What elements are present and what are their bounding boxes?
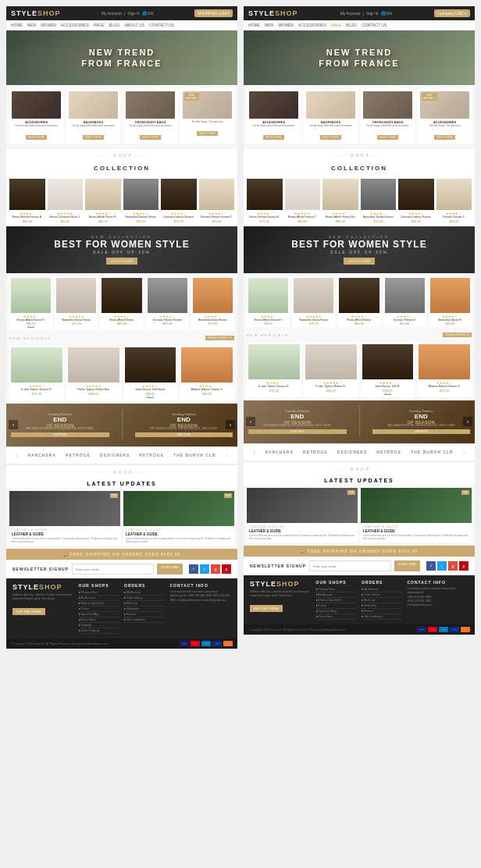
my-wishlist-link[interactable]: | bbox=[124, 11, 125, 16]
footer-link[interactable]: Forum bbox=[79, 607, 119, 612]
right-cat-backpacks-btn[interactable]: SHOP IT NOW! bbox=[320, 135, 341, 140]
right-nav-sale[interactable]: SALE bbox=[331, 23, 341, 27]
right-facebook-icon[interactable]: f bbox=[426, 561, 436, 571]
nav-accessories[interactable]: ACCESSORIES bbox=[61, 23, 89, 27]
right-footer-link[interactable]: Order History bbox=[362, 592, 402, 598]
mixed2-price-3: $45.00 bbox=[181, 392, 233, 396]
right-footer-link[interactable]: What is OpenCart? bbox=[316, 598, 357, 603]
right-nav-blog[interactable]: BLOG bbox=[346, 23, 357, 27]
facebook-icon[interactable]: f bbox=[189, 564, 198, 574]
cat-crossbody-btn[interactable]: SHOP IT NOW! bbox=[140, 135, 161, 140]
right-googleplus-icon[interactable]: g bbox=[448, 561, 458, 571]
right-footer-link[interactable]: Returns bbox=[362, 609, 402, 614]
nav-women[interactable]: WOMEN bbox=[41, 23, 56, 27]
right-footer-link[interactable]: Forum bbox=[316, 603, 357, 609]
footer-link[interactable]: Order Tracking bbox=[79, 628, 119, 634]
season-prev-arrow[interactable]: ‹ bbox=[9, 420, 18, 429]
right-nav-women[interactable]: WOMEN bbox=[278, 23, 294, 27]
nav-page[interactable]: PAGE bbox=[94, 23, 105, 27]
right-pinterest-icon[interactable]: p bbox=[459, 561, 469, 571]
right-footer-link[interactable]: Gift Certificates bbox=[362, 614, 402, 620]
right-twitter-icon[interactable]: t bbox=[437, 561, 447, 571]
cart-button[interactable]: SHOPPING CART bbox=[194, 9, 233, 17]
right-cat-crossbody-img bbox=[363, 91, 412, 119]
right-cat-newarrivals-btn[interactable]: SHOP IT NOW! bbox=[434, 135, 455, 140]
right-season-next-arrow[interactable]: › bbox=[463, 417, 472, 426]
footer-link[interactable]: Gift Certificates bbox=[124, 617, 165, 623]
season-shop-btn-0[interactable]: SHOP NOW bbox=[11, 432, 109, 437]
my-account-link[interactable]: My Account bbox=[102, 11, 122, 16]
right-cat-accessories-btn[interactable]: SHOP IT NOW! bbox=[263, 135, 284, 140]
right-season-shop-btn-1[interactable]: SHOP NOW bbox=[372, 429, 471, 434]
right-season-prev-arrow[interactable]: ‹ bbox=[246, 417, 255, 426]
right-nav-contact[interactable]: CONTACT US bbox=[362, 23, 387, 27]
mixed-item-2: ★★★★☆ E-nath Talvani Season D. $70.00 bbox=[9, 346, 64, 400]
footer-link[interactable]: Wish List bbox=[124, 601, 165, 607]
sign-in-link[interactable]: Sign In bbox=[127, 11, 140, 16]
right-buy-theme-btn[interactable]: BUY THE THEME bbox=[250, 605, 283, 612]
mixed-price-4: $75.00 bbox=[193, 322, 233, 326]
footer-link[interactable]: Order History bbox=[124, 596, 165, 601]
cat-newarrivals-btn[interactable]: SHOP IT NOW! bbox=[197, 131, 218, 136]
footer-link[interactable]: Demo Store bbox=[79, 617, 119, 623]
mixed-price-1: $75.00 bbox=[56, 322, 96, 326]
right-account-link[interactable]: My Account bbox=[340, 11, 361, 16]
cat-backpacks-btn[interactable]: SHOP IT NOW! bbox=[83, 135, 104, 140]
season-shop-btn-1[interactable]: SHOP NOW bbox=[135, 432, 233, 437]
footer-link[interactable]: Shipping bbox=[79, 623, 119, 628]
footer-link[interactable]: Newsletter bbox=[124, 607, 165, 612]
buy-theme-btn[interactable]: BUY THE THEME bbox=[12, 608, 45, 615]
pinterest-icon[interactable]: p bbox=[222, 564, 231, 574]
right-footer-link[interactable]: Demo Store bbox=[316, 614, 357, 620]
footer-link[interactable]: My Account bbox=[124, 590, 165, 596]
right-footer-link[interactable]: My Account bbox=[362, 587, 402, 592]
nav-home[interactable]: HOME bbox=[11, 23, 23, 27]
view-all-btn[interactable]: VIEW ALL PRODUCTS bbox=[205, 336, 234, 340]
nav-blog[interactable]: BLOG bbox=[109, 23, 120, 27]
women-shop-btn[interactable]: SHOP IT NOW! bbox=[106, 258, 137, 265]
right-cat-accessories-subtitle: Far far away, behind the word mountains bbox=[249, 124, 298, 127]
product-img-0 bbox=[9, 179, 45, 210]
right-newsletter-email-input[interactable] bbox=[309, 560, 391, 571]
right-newsletter-subscribe-btn[interactable]: SUBSCRIBE bbox=[394, 560, 420, 571]
right-nav-men[interactable]: MEN bbox=[265, 23, 273, 27]
right-women-shop-btn[interactable]: SHOP IT NOW! bbox=[344, 258, 375, 265]
twitter-icon[interactable]: t bbox=[200, 564, 209, 574]
right-nav-accessories[interactable]: ACCESSORIES bbox=[298, 23, 326, 27]
right-footer-link[interactable]: Primary Store bbox=[316, 587, 357, 592]
right-season-shop-btn-0[interactable]: SHOP NOW bbox=[248, 429, 347, 434]
right-cart-btn[interactable]: Company USD ▾ bbox=[434, 9, 470, 17]
logo[interactable]: STYLESHOP bbox=[11, 9, 61, 17]
newsletter-email-input[interactable] bbox=[72, 564, 154, 575]
right-mixed-item: ★★★★☆ Bream Altimil Darsa. $68.00 bbox=[337, 276, 380, 328]
site-footer: STYLESHOP Nullam nulla eros, ultricies s… bbox=[6, 578, 237, 639]
footer-link[interactable]: Returns bbox=[124, 612, 165, 617]
nav-about[interactable]: ABOUT US bbox=[124, 23, 144, 27]
right-logo[interactable]: STYLESHOP bbox=[248, 9, 298, 17]
nav-contact[interactable]: CONTACT US bbox=[149, 23, 174, 27]
nav-men[interactable]: MEN bbox=[27, 23, 36, 27]
right-footer-link[interactable]: Wish List bbox=[362, 598, 402, 603]
season-divider bbox=[122, 409, 123, 440]
right-signin-link[interactable]: Sign In bbox=[366, 11, 379, 16]
newsletter-subscribe-btn[interactable]: SUBSCRIBE bbox=[157, 564, 183, 575]
footer-link[interactable]: OpenCart Blog bbox=[79, 612, 119, 617]
right-footer-link[interactable]: My Account bbox=[316, 592, 357, 598]
right-nav-home[interactable]: HOME bbox=[248, 23, 260, 27]
right-footer-link[interactable]: Newsletter bbox=[362, 603, 402, 609]
footer-link[interactable]: My Account bbox=[79, 596, 119, 601]
right-language[interactable]: 🌐 EN bbox=[381, 11, 392, 16]
right-cat-crossbody-btn[interactable]: SHOP IT NOW! bbox=[377, 135, 398, 140]
cat-accessories-btn[interactable]: SHOP IT NOW! bbox=[26, 135, 47, 140]
footer-link[interactable]: What is OpenCart? bbox=[79, 601, 119, 607]
brands-next-arrow[interactable]: › bbox=[226, 451, 228, 460]
right-view-all-btn[interactable]: VIEW ALL PRODUCTS bbox=[443, 333, 472, 337]
brands-prev-arrow[interactable]: ‹ bbox=[16, 451, 18, 460]
season-next-arrow[interactable]: › bbox=[226, 420, 235, 429]
right-footer-link[interactable]: OpenCart Blog bbox=[316, 609, 357, 614]
right-brands-next-arrow[interactable]: › bbox=[463, 448, 465, 457]
footer-link[interactable]: Primary Store bbox=[79, 590, 119, 596]
language-selector[interactable]: 🌐 EN bbox=[142, 11, 153, 16]
right-brands-prev-arrow[interactable]: ‹ bbox=[253, 448, 255, 457]
googleplus-icon[interactable]: g bbox=[211, 564, 220, 574]
